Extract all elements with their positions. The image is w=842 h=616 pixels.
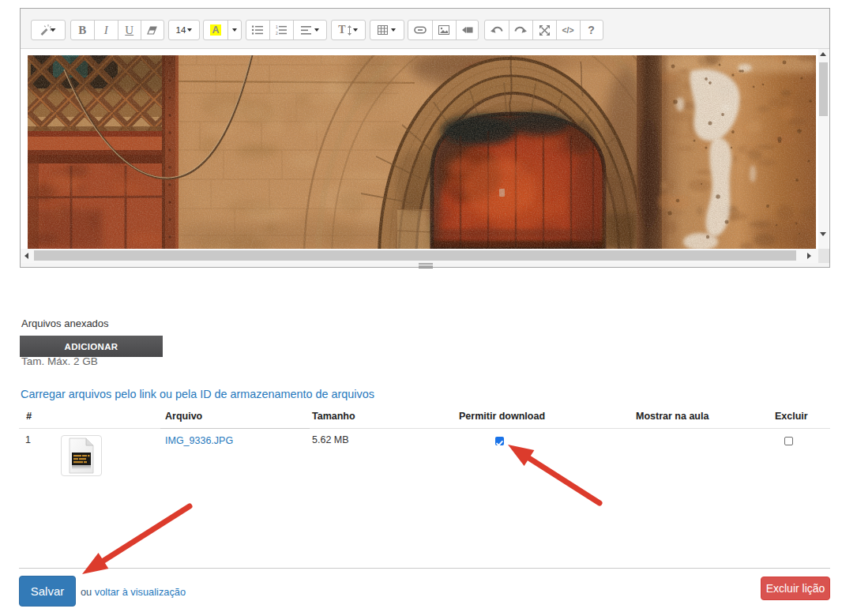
svg-text:2: 2 [276, 31, 278, 36]
svg-text:1: 1 [276, 25, 278, 29]
